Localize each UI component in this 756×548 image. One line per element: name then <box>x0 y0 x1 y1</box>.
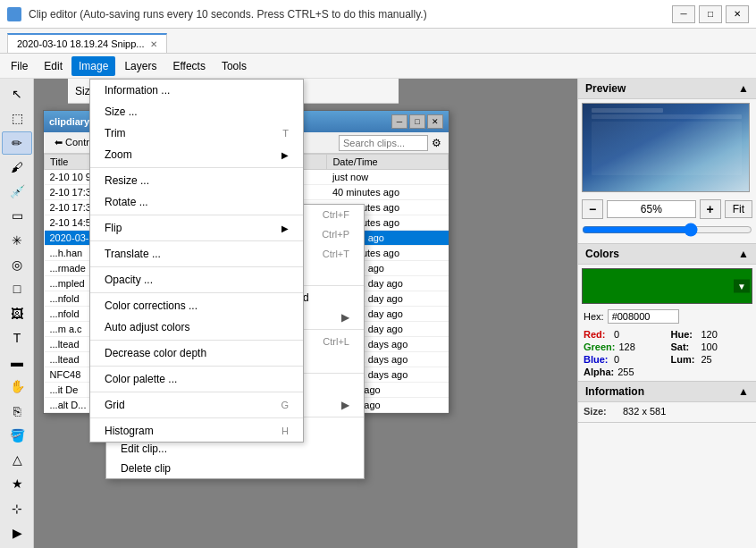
rect2-tool[interactable]: ▬ <box>2 350 32 374</box>
img-menu-label: Grid <box>105 399 125 411</box>
img-menu-label: Zoom <box>105 148 132 161</box>
img-arrow-icon: ▶ <box>281 150 289 160</box>
menu-file[interactable]: File <box>4 56 35 76</box>
rect-tool[interactable]: □ <box>2 277 32 300</box>
arrow-tool[interactable]: ↖ <box>2 82 32 105</box>
tab-close-icon[interactable]: ✕ <box>150 39 157 49</box>
image-menu-item[interactable]: Size ... <box>90 101 303 122</box>
minimize-button[interactable]: ─ <box>672 5 695 23</box>
image-menu-item[interactable]: Color palette ... <box>90 368 303 390</box>
inner-search-input[interactable] <box>339 135 428 151</box>
image-menu-item[interactable]: Rotate ... <box>90 191 303 213</box>
tab-main[interactable]: 2020-03-10 18.19.24 Snipp... ✕ <box>7 33 167 53</box>
col-time[interactable]: Date/Time <box>327 155 449 170</box>
img-menu-label: Trim <box>105 127 126 139</box>
context-menu-item[interactable]: Delete clip <box>106 459 364 478</box>
blue-label: Blue: <box>584 354 610 365</box>
image-menu-separator <box>90 266 303 267</box>
inner-maximize-btn[interactable]: □ <box>409 114 425 129</box>
img-menu-label: Information ... <box>105 84 170 97</box>
hue-label: Hue: <box>671 329 698 340</box>
image-menu-item[interactable]: Opacity ... <box>90 269 303 291</box>
inner-window-controls: ─ □ ✕ <box>391 114 443 129</box>
play-tool[interactable]: ▶ <box>2 521 32 544</box>
image-menu-item[interactable]: Decrease color depth <box>90 342 303 364</box>
star-tool[interactable]: ✳ <box>2 229 32 252</box>
info-collapse[interactable]: ▲ <box>738 385 749 398</box>
sat-label: Sat: <box>671 341 698 352</box>
select-tool[interactable]: ⬚ <box>2 106 32 130</box>
colors-collapse[interactable]: ▲ <box>738 248 749 260</box>
image-menu-item[interactable]: Resize ... <box>90 170 303 191</box>
hex-label: Hex: <box>584 311 604 322</box>
image-menu-item[interactable]: Flip▶ <box>90 217 303 239</box>
image-menu-item[interactable]: Color corrections ... <box>90 295 303 316</box>
title-bar-controls: ─ □ ✕ <box>672 5 749 23</box>
preview-image-container <box>578 99 756 196</box>
menu-edit[interactable]: Edit <box>37 56 70 76</box>
image-menu-item[interactable]: Information ... <box>90 80 303 101</box>
ctx-arrow-icon: ▶ <box>341 311 349 324</box>
image-menu-item[interactable]: Translate ... <box>90 243 303 265</box>
menu-tools[interactable]: Tools <box>214 56 254 76</box>
color-dropdown-button[interactable]: ▼ <box>734 280 750 293</box>
image-menu-item[interactable]: Auto adjust colors <box>90 316 303 338</box>
paint-tool[interactable]: 🪣 <box>2 424 32 447</box>
inner-minimize-btn[interactable]: ─ <box>391 114 407 129</box>
hue-value: 120 <box>701 329 718 340</box>
clone-tool[interactable]: ⎘ <box>2 399 32 422</box>
menu-effects[interactable]: Effects <box>165 56 212 76</box>
clip-time: 40 minutes ago <box>327 185 449 200</box>
text-tool[interactable]: T <box>2 326 32 350</box>
zoom-slider[interactable] <box>582 223 752 237</box>
img-menu-label: Decrease color depth <box>105 347 206 359</box>
image-menu-item[interactable]: TrimT <box>90 122 303 144</box>
inner-close-btn[interactable]: ✕ <box>427 114 443 129</box>
title-bar: Clip editor (Auto-saving runs every 10 s… <box>0 0 756 29</box>
ctx-item-label: Edit clip... <box>121 443 167 455</box>
image-menu-separator <box>90 366 303 367</box>
svg-rect-4 <box>592 122 742 175</box>
ctx-shortcut: Ctrl+L <box>323 336 349 347</box>
inner-search: ⚙ <box>339 135 445 151</box>
hex-input[interactable] <box>608 309 679 324</box>
ctx-item-label: Delete clip <box>121 462 171 475</box>
color-fields: Red: 0 Hue: 120 Green: 128 Sat: 100 Blue… <box>578 325 756 381</box>
image-menu-separator <box>90 292 303 293</box>
tab-bar: 2020-03-10 18.19.24 Snipp... ✕ <box>0 29 756 54</box>
color-swatch[interactable]: ▼ <box>582 268 752 304</box>
pencil-tool[interactable]: ✏ <box>2 131 32 155</box>
triangle-tool[interactable]: △ <box>2 448 32 471</box>
img-menu-label: Histogram <box>105 425 154 437</box>
image-menu-separator <box>90 392 303 392</box>
img-menu-label: Color palette ... <box>105 373 177 385</box>
move-tool[interactable]: ⊹ <box>2 497 32 520</box>
preview-collapse[interactable]: ▲ <box>738 82 749 95</box>
preview-image <box>582 103 750 192</box>
eraser-tool[interactable]: ▭ <box>2 204 32 227</box>
img-menu-label: Resize ... <box>105 174 149 187</box>
red-field: Red: 0 <box>584 329 664 340</box>
sat-field: Sat: 100 <box>671 341 752 352</box>
menu-layers[interactable]: Layers <box>117 56 164 76</box>
effect-tool[interactable]: ★ <box>2 472 32 495</box>
image-tool[interactable]: 🖼 <box>2 301 32 325</box>
img-shortcut: G <box>281 400 289 410</box>
lum-value: 25 <box>701 354 712 365</box>
fit-button[interactable]: Fit <box>725 200 752 218</box>
brush-tool[interactable]: 🖌 <box>2 156 32 179</box>
settings-icon[interactable]: ⚙ <box>432 137 441 149</box>
image-menu-separator <box>90 340 303 341</box>
zoom-minus-button[interactable]: − <box>582 199 603 219</box>
image-menu-item[interactable]: Zoom▶ <box>90 144 303 165</box>
hand-tool[interactable]: ✋ <box>2 375 32 398</box>
maximize-button[interactable]: □ <box>699 5 722 23</box>
circle-tool[interactable]: ◎ <box>2 253 32 276</box>
menu-image[interactable]: Image <box>71 56 115 76</box>
img-menu-label: Color corrections ... <box>105 299 197 312</box>
image-menu-item[interactable]: HistogramH <box>90 420 303 442</box>
eyedropper-tool[interactable]: 💉 <box>2 180 32 203</box>
close-button[interactable]: ✕ <box>726 5 749 23</box>
zoom-plus-button[interactable]: + <box>700 199 721 219</box>
image-menu-item[interactable]: GridG <box>90 394 303 416</box>
